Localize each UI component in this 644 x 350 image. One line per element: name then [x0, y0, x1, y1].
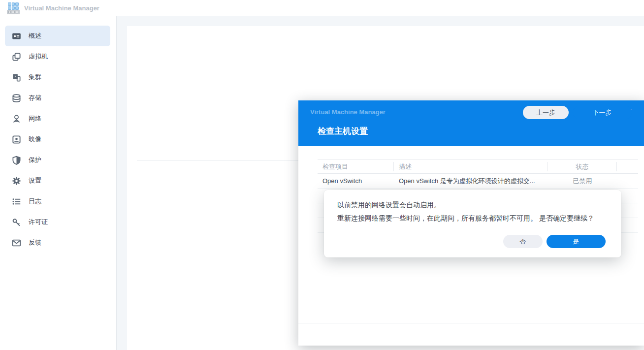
sidebar-item-overview[interactable]: 概述 [5, 26, 110, 46]
column-header-status[interactable]: 状态 [548, 162, 617, 171]
column-header-stub [617, 162, 635, 171]
sidebar: 概述 虚拟机 集群 存储 网络 [0, 16, 117, 350]
sidebar-item-feedback[interactable]: 反馈 [5, 232, 110, 253]
cell-status: 已禁用 [548, 177, 617, 186]
cell-description: Open vSwitch 是专为虚拟化环境设计的虚拟交... [394, 177, 548, 186]
sidebar-item-label: 虚拟机 [29, 52, 48, 61]
column-header-check-item[interactable]: 检查项目 [318, 162, 394, 171]
sidebar-item-label: 概述 [29, 32, 41, 40]
sidebar-item-label: 集群 [29, 73, 41, 82]
no-button[interactable]: 否 [503, 235, 543, 248]
storage-icon [11, 93, 21, 103]
sidebar-item-protection[interactable]: 保护 [5, 150, 110, 170]
overview-icon [11, 31, 21, 41]
sidebar-item-label: 许可证 [29, 218, 48, 226]
dialog-app-title: Virtual Machine Manager [310, 108, 386, 116]
cluster-icon [11, 72, 21, 82]
sidebar-item-image[interactable]: 映像 [5, 129, 110, 150]
sidebar-item-label: 网络 [29, 114, 41, 123]
key-icon [11, 217, 21, 227]
sidebar-item-label: 存储 [29, 94, 41, 102]
sidebar-item-label: 映像 [29, 135, 41, 144]
top-bar: Virtual Machine Manager [0, 0, 644, 16]
cell-check-item: Open vSwitch [318, 177, 394, 185]
sidebar-item-label: 设置 [29, 176, 41, 185]
sidebar-item-cluster[interactable]: 集群 [5, 67, 110, 88]
column-header-description[interactable]: 描述 [394, 162, 548, 171]
previous-step-button[interactable]: 上一步 [523, 106, 569, 119]
confirm-message-line1: 以前禁用的网络设置会自动启用。 [337, 198, 594, 212]
log-icon [11, 196, 21, 206]
yes-button[interactable]: 是 [547, 235, 606, 248]
dialog-footer [298, 323, 644, 346]
image-icon [11, 134, 21, 144]
app-window: Virtual Machine Manager 概述 虚拟机 集群 存 [0, 0, 644, 350]
network-icon [11, 114, 21, 124]
sidebar-item-label: 日志 [29, 197, 41, 206]
sidebar-item-license[interactable]: 许可证 [5, 212, 110, 232]
vmm-app-icon [7, 2, 20, 14]
sidebar-item-network[interactable]: 网络 [5, 108, 110, 129]
table-header-row: 检查项目 描述 状态 [318, 159, 638, 174]
app-title: Virtual Machine Manager [24, 4, 99, 12]
vm-icon [11, 52, 21, 62]
sidebar-item-label: 保护 [29, 156, 41, 164]
mail-icon [11, 238, 21, 248]
confirm-message: 以前禁用的网络设置会自动启用。 重新连接网络需要一些时间，在此期间，所有服务都暂… [337, 198, 594, 225]
confirm-message-line2: 重新连接网络需要一些时间，在此期间，所有服务都暂时不可用。 是否确定要继续？ [337, 212, 594, 225]
sidebar-item-settings[interactable]: 设置 [5, 170, 110, 191]
sidebar-item-vm[interactable]: 虚拟机 [5, 46, 110, 67]
gear-icon [11, 176, 21, 186]
table-row[interactable]: Open vSwitch Open vSwitch 是专为虚拟化环境设计的虚拟交… [318, 174, 638, 189]
confirm-dialog: 以前禁用的网络设置会自动启用。 重新连接网络需要一些时间，在此期间，所有服务都暂… [324, 190, 621, 257]
next-step-button[interactable]: 下一步 [573, 106, 632, 119]
shield-icon [11, 155, 21, 165]
sidebar-item-storage[interactable]: 存储 [5, 88, 110, 108]
sidebar-item-log[interactable]: 日志 [5, 191, 110, 212]
dialog-title: 检查主机设置 [318, 126, 368, 137]
sidebar-item-label: 反馈 [29, 238, 41, 247]
